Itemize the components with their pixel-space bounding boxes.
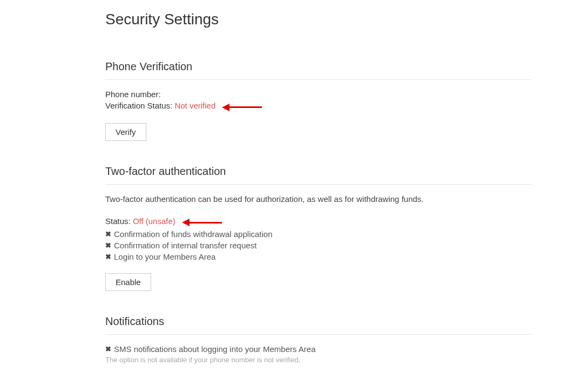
two-factor-status-label: Status: [105,216,131,226]
two-factor-item-label: Login to your Members Area [114,252,215,261]
phone-verification-heading: Phone Verification [105,60,532,80]
page-title: Security Settings [105,11,588,28]
enable-button[interactable]: Enable [105,273,151,291]
x-icon: ✖ [105,241,114,249]
notifications-heading: Notifications [105,315,532,335]
two-factor-status-line: Status: Off (unsafe) [105,216,532,227]
arrow-annotation-icon [222,102,262,111]
phone-number-label: Phone number: [105,90,161,99]
list-item: ✖ Confirmation of internal transfer requ… [105,241,532,250]
two-factor-heading: Two-factor authentication [105,165,532,185]
verification-status-label: Verification Status: [105,101,172,110]
phone-number-line: Phone number: [105,90,532,99]
notifications-list: ✖ SMS notifications about logging into y… [105,344,532,354]
two-factor-item-label: Confirmation of internal transfer reques… [114,241,256,250]
list-item: ✖ Login to your Members Area [105,252,532,261]
two-factor-items-list: ✖ Confirmation of funds withdrawal appli… [105,229,532,261]
list-item: ✖ Confirmation of funds withdrawal appli… [105,229,532,239]
list-item: ✖ SMS notifications about logging into y… [105,344,532,354]
notification-item-label: SMS notifications about logging into you… [114,344,316,354]
verification-status-line: Verification Status: Not verified [105,101,532,111]
verification-status-value: Not verified [174,101,215,110]
section-two-factor: Two-factor authentication Two-factor aut… [105,165,532,292]
arrow-annotation-icon [182,217,222,226]
section-phone-verification: Phone Verification Phone number: Verific… [105,60,532,141]
two-factor-item-label: Confirmation of funds withdrawal applica… [114,229,273,239]
x-icon: ✖ [105,230,114,238]
notifications-note: The option is not available if your phon… [105,356,532,364]
x-icon: ✖ [105,253,114,261]
section-notifications: Notifications ✖ SMS notifications about … [105,315,532,364]
two-factor-status-value: Off (unsafe) [133,216,175,226]
x-icon: ✖ [105,345,114,353]
two-factor-description: Two-factor authentication can be used fo… [105,194,532,204]
verify-button[interactable]: Verify [105,123,146,141]
